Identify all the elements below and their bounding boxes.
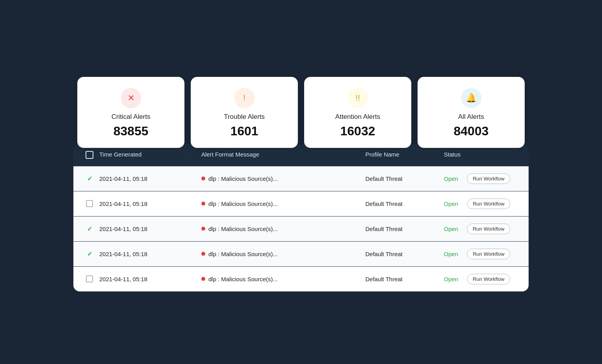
status-open-2: Open — [444, 226, 458, 232]
row-message-0: dlp : Malicious Source(s)... — [201, 175, 365, 182]
trouble-value: 1601 — [230, 124, 258, 138]
table-row: ✓ 2021-04-11, 05:18 dlp : Malicious Sour… — [73, 217, 529, 242]
run-workflow-button-4[interactable]: Run Workflow — [467, 274, 511, 284]
run-workflow-button-3[interactable]: Run Workflow — [467, 249, 511, 259]
checkbox-4[interactable] — [86, 275, 93, 282]
row-time-4: 2021-04-11, 05:18 — [99, 276, 201, 282]
attention-icon: !! — [348, 88, 368, 108]
row-time-1: 2021-04-11, 05:18 — [99, 200, 201, 207]
critical-label: Critical Alerts — [111, 113, 150, 121]
run-workflow-button-2[interactable]: Run Workflow — [467, 224, 511, 234]
trouble-icon: ! — [234, 88, 255, 108]
all-icon: 🔔 — [461, 88, 482, 108]
col-header-profile: Profile Name — [365, 151, 444, 159]
table-row: 2021-04-11, 05:18 dlp : Malicious Source… — [73, 191, 529, 217]
row-checkbox-cell-4 — [80, 275, 99, 282]
trouble-label: Trouble Alerts — [224, 113, 265, 121]
row-time-3: 2021-04-11, 05:18 — [99, 251, 201, 257]
attention-label: Attention Alerts — [335, 113, 380, 121]
row-status-cell-1: Open Run Workflow — [444, 198, 522, 209]
row-profile-4: Default Threat — [365, 276, 444, 282]
row-message-3: dlp : Malicious Source(s)... — [201, 251, 365, 257]
checkbox-1[interactable] — [86, 200, 93, 207]
row-time-0: 2021-04-11, 05:18 — [99, 175, 201, 182]
dot-icon-0 — [201, 177, 205, 180]
row-checkbox-cell-2: ✓ — [80, 225, 99, 233]
row-message-1: dlp : Malicious Source(s)... — [201, 200, 365, 207]
row-checkbox-cell-3: ✓ — [80, 250, 99, 258]
col-header-status: Status — [444, 151, 522, 159]
checkmark-icon-2[interactable]: ✓ — [87, 225, 92, 233]
cards-row: ✕ Critical Alerts 83855 ! Trouble Alerts… — [73, 77, 529, 148]
row-profile-2: Default Threat — [365, 226, 444, 232]
col-header-time: Time Generated — [99, 151, 201, 159]
checkmark-icon-3[interactable]: ✓ — [87, 250, 92, 258]
row-profile-0: Default Threat — [365, 175, 444, 182]
row-profile-3: Default Threat — [365, 251, 444, 257]
row-message-4: dlp : Malicious Source(s)... — [201, 276, 365, 282]
checkmark-icon-0[interactable]: ✓ — [87, 175, 92, 182]
table-row: ✓ 2021-04-11, 05:18 dlp : Malicious Sour… — [73, 166, 529, 191]
run-workflow-button-1[interactable]: Run Workflow — [467, 198, 511, 209]
table-body: ✓ 2021-04-11, 05:18 dlp : Malicious Sour… — [73, 166, 529, 291]
col-header-message: Alert Format Message — [201, 151, 365, 159]
row-time-2: 2021-04-11, 05:18 — [99, 226, 201, 232]
row-status-cell-4: Open Run Workflow — [444, 274, 522, 284]
status-open-1: Open — [444, 200, 458, 207]
status-open-0: Open — [444, 175, 458, 182]
card-trouble[interactable]: ! Trouble Alerts 1601 — [191, 77, 298, 148]
row-message-2: dlp : Malicious Source(s)... — [201, 226, 365, 232]
status-open-4: Open — [444, 276, 458, 282]
run-workflow-button-0[interactable]: Run Workflow — [467, 173, 511, 184]
attention-value: 16032 — [340, 124, 375, 138]
critical-value: 83855 — [113, 124, 148, 138]
all-value: 84003 — [454, 124, 489, 138]
critical-icon: ✕ — [121, 88, 141, 108]
header-checkbox[interactable] — [86, 151, 93, 159]
card-all[interactable]: 🔔 All Alerts 84003 — [418, 77, 525, 148]
card-critical[interactable]: ✕ Critical Alerts 83855 — [77, 77, 184, 148]
all-label: All Alerts — [458, 113, 484, 121]
table-section: Time Generated Alert Format Message Prof… — [73, 144, 529, 291]
dot-icon-1 — [201, 202, 205, 206]
row-checkbox-cell-1 — [80, 200, 99, 207]
main-container: ✕ Critical Alerts 83855 ! Trouble Alerts… — [66, 65, 536, 299]
dot-icon-3 — [201, 252, 205, 256]
dot-icon-2 — [201, 227, 205, 231]
status-open-3: Open — [444, 251, 458, 257]
dot-icon-4 — [201, 277, 205, 281]
row-checkbox-cell-0: ✓ — [80, 175, 99, 182]
row-profile-1: Default Threat — [365, 200, 444, 207]
table-row: ✓ 2021-04-11, 05:18 dlp : Malicious Sour… — [73, 242, 529, 267]
row-status-cell-0: Open Run Workflow — [444, 173, 522, 184]
table-row: 2021-04-11, 05:18 dlp : Malicious Source… — [73, 267, 529, 291]
card-attention[interactable]: !! Attention Alerts 16032 — [304, 77, 411, 148]
row-status-cell-3: Open Run Workflow — [444, 249, 522, 259]
row-status-cell-2: Open Run Workflow — [444, 224, 522, 234]
